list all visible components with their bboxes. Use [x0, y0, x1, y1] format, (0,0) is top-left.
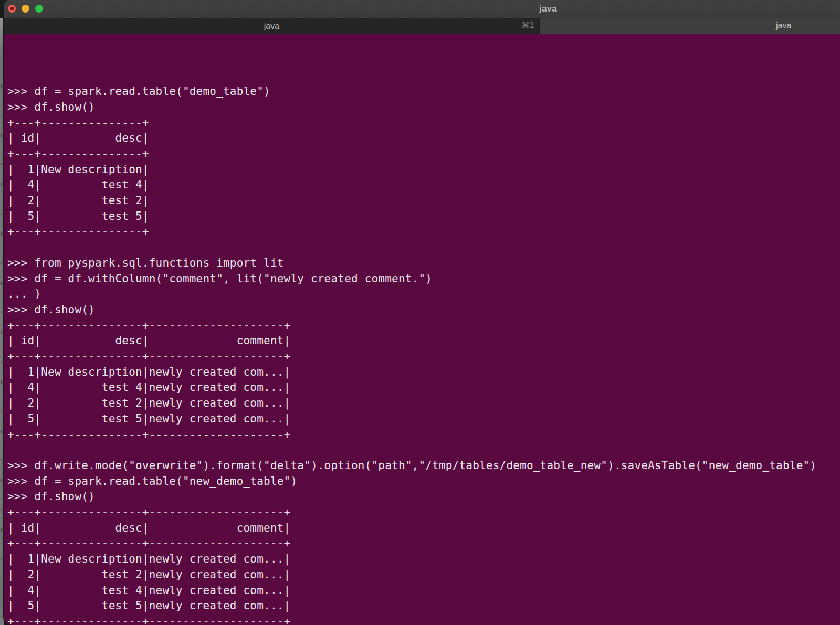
tab-java-2[interactable]: java — [540, 18, 840, 34]
terminal-line: +---+---------------+-------------------… — [7, 349, 840, 365]
terminal-line: +---+---------------+-------------------… — [7, 614, 840, 625]
terminal-window: java java ⌘1 java >>> df = spark.read.ta… — [3, 0, 840, 625]
terminal-line: | 2| test 2| — [7, 193, 840, 209]
terminal-line: +---+---------------+-------------------… — [7, 505, 840, 521]
terminal-line: >>> df = df.withColumn("comment", lit("n… — [7, 271, 840, 287]
terminal-line: | 5| test 5|newly created com...| — [7, 598, 840, 614]
terminal-line: | id| desc| comment| — [7, 333, 840, 349]
terminal-line: +---+---------------+-------------------… — [7, 427, 840, 443]
terminal-line: | 1|New description|newly created com...… — [7, 365, 840, 380]
terminal-line: | 2| test 2|newly created com...| — [7, 567, 840, 583]
terminal-line: | 2| test 2|newly created com...| — [7, 396, 840, 411]
terminal-line: >>> df.show() — [7, 302, 840, 318]
terminal-line: | id| desc| — [7, 131, 840, 146]
terminal-line: +---+---------------+ — [7, 224, 840, 240]
fullscreen-button[interactable] — [35, 5, 43, 13]
close-button[interactable] — [8, 5, 16, 13]
terminal-line: >>> df.show() — [7, 100, 840, 115]
tab-bar: java ⌘1 java — [4, 18, 840, 34]
terminal-line: | 1|New description|newly created com...… — [7, 552, 840, 567]
tab-java-1[interactable]: java ⌘1 — [4, 18, 540, 34]
terminal-line: | 5| test 5|newly created com...| — [7, 411, 840, 427]
terminal-line: | 4| test 4|newly created com...| — [7, 380, 840, 396]
terminal-line: >>> df.show() — [7, 489, 840, 505]
traffic-lights — [8, 5, 43, 13]
terminal-line: >>> from pyspark.sql.functions import li… — [7, 256, 840, 271]
tab-label: java — [776, 21, 791, 30]
terminal-output[interactable]: >>> df = spark.read.table("demo_table")>… — [4, 34, 840, 625]
window-title: java — [539, 4, 557, 14]
screen: java java ⌘1 java >>> df = spark.read.ta… — [0, 0, 840, 625]
terminal-line: | id| desc| comment| — [7, 521, 840, 536]
tab-shortcut-badge: ⌘1 — [521, 20, 534, 30]
terminal-line: | 4| test 4| — [7, 177, 840, 193]
minimize-button[interactable] — [22, 5, 29, 13]
terminal-line: ... ) — [7, 287, 840, 302]
terminal-line — [7, 442, 840, 458]
terminal-line: >>> df = spark.read.table("new_demo_tabl… — [7, 474, 840, 490]
terminal-line: +---+---------------+-------------------… — [7, 536, 840, 552]
terminal-line: >>> df.write.mode("overwrite").format("d… — [7, 458, 840, 474]
tab-label: java — [264, 22, 279, 31]
terminal-line: | 5| test 5| — [7, 209, 840, 225]
terminal-line: +---+---------------+-------------------… — [7, 318, 840, 334]
window-titlebar[interactable]: java — [4, 0, 840, 18]
terminal-line: | 4| test 4|newly created com...| — [7, 583, 840, 599]
terminal-line: >>> df = spark.read.table("demo_table") — [7, 84, 840, 100]
terminal-line — [7, 240, 840, 256]
terminal-line: | 1|New description| — [7, 162, 840, 178]
terminal-line: +---+---------------+ — [7, 115, 840, 131]
terminal-line: +---+---------------+ — [7, 146, 840, 162]
